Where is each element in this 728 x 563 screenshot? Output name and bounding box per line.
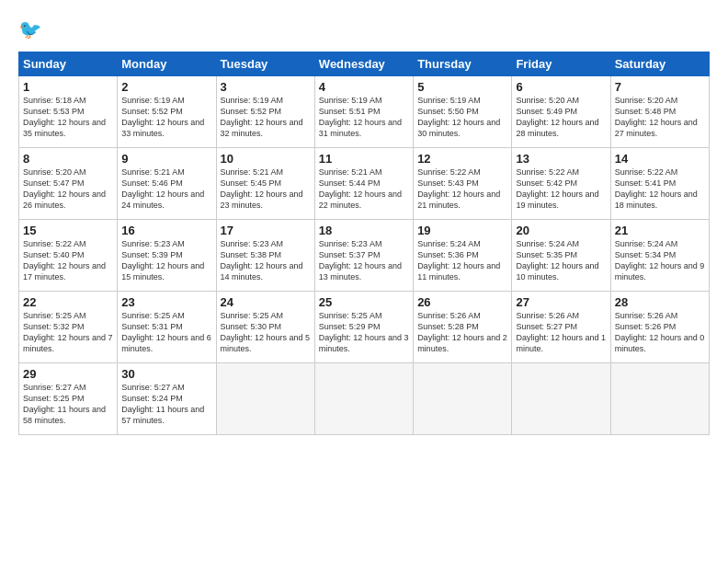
- col-thursday: Thursday: [414, 52, 512, 76]
- col-sunday: Sunday: [19, 52, 118, 76]
- empty-cell: [216, 363, 314, 435]
- empty-cell: [414, 363, 512, 435]
- day-cell-24: 24 Sunrise: 5:25 AMSunset: 5:30 PMDaylig…: [216, 292, 314, 363]
- empty-cell: [512, 363, 610, 435]
- day-cell-8: 8 Sunrise: 5:20 AMSunset: 5:47 PMDayligh…: [19, 148, 118, 220]
- logo-icon: 🐦: [18, 17, 44, 42]
- col-saturday: Saturday: [610, 52, 709, 76]
- day-cell-17: 17 Sunrise: 5:23 AMSunset: 5:38 PMDaylig…: [216, 220, 314, 292]
- day-cell-11: 11 Sunrise: 5:21 AMSunset: 5:44 PMDaylig…: [314, 148, 413, 220]
- calendar-table: Sunday Monday Tuesday Wednesday Thursday…: [18, 52, 710, 435]
- day-cell-2: 2 Sunrise: 5:19 AMSunset: 5:52 PMDayligh…: [118, 76, 216, 148]
- day-cell-18: 18 Sunrise: 5:23 AMSunset: 5:37 PMDaylig…: [314, 220, 413, 292]
- week-row-2: 8 Sunrise: 5:20 AMSunset: 5:47 PMDayligh…: [19, 148, 710, 220]
- logo: 🐦: [18, 17, 48, 42]
- day-cell-9: 9 Sunrise: 5:21 AMSunset: 5:46 PMDayligh…: [118, 148, 216, 220]
- week-row-5: 29 Sunrise: 5:27 AMSunset: 5:25 PMDaylig…: [19, 363, 710, 435]
- weekday-header-row: Sunday Monday Tuesday Wednesday Thursday…: [19, 52, 710, 76]
- day-cell-26: 26 Sunrise: 5:26 AMSunset: 5:28 PMDaylig…: [414, 292, 512, 363]
- page: 🐦 Sunday Monday Tuesday Wednesday Thursd…: [0, 0, 728, 444]
- col-friday: Friday: [512, 52, 610, 76]
- svg-text:🐦: 🐦: [18, 17, 42, 41]
- day-cell-30: 30 Sunrise: 5:27 AMSunset: 5:24 PMDaylig…: [118, 363, 216, 435]
- day-cell-23: 23 Sunrise: 5:25 AMSunset: 5:31 PMDaylig…: [118, 292, 216, 363]
- day-cell-16: 16 Sunrise: 5:23 AMSunset: 5:39 PMDaylig…: [118, 220, 216, 292]
- day-cell-25: 25 Sunrise: 5:25 AMSunset: 5:29 PMDaylig…: [314, 292, 413, 363]
- day-cell-14: 14 Sunrise: 5:22 AMSunset: 5:41 PMDaylig…: [610, 148, 709, 220]
- day-cell-19: 19 Sunrise: 5:24 AMSunset: 5:36 PMDaylig…: [414, 220, 512, 292]
- day-cell-13: 13 Sunrise: 5:22 AMSunset: 5:42 PMDaylig…: [512, 148, 610, 220]
- day-cell-21: 21 Sunrise: 5:24 AMSunset: 5:34 PMDaylig…: [610, 220, 709, 292]
- day-cell-5: 5 Sunrise: 5:19 AMSunset: 5:50 PMDayligh…: [414, 76, 512, 148]
- col-wednesday: Wednesday: [314, 52, 413, 76]
- header: 🐦: [18, 17, 710, 42]
- week-row-1: 1 Sunrise: 5:18 AMSunset: 5:53 PMDayligh…: [19, 76, 710, 148]
- day-cell-10: 10 Sunrise: 5:21 AMSunset: 5:45 PMDaylig…: [216, 148, 314, 220]
- day-cell-15: 15 Sunrise: 5:22 AMSunset: 5:40 PMDaylig…: [19, 220, 118, 292]
- day-cell-28: 28 Sunrise: 5:26 AMSunset: 5:26 PMDaylig…: [610, 292, 709, 363]
- col-monday: Monday: [118, 52, 216, 76]
- day-cell-12: 12 Sunrise: 5:22 AMSunset: 5:43 PMDaylig…: [414, 148, 512, 220]
- day-cell-3: 3 Sunrise: 5:19 AMSunset: 5:52 PMDayligh…: [216, 76, 314, 148]
- day-cell-1: 1 Sunrise: 5:18 AMSunset: 5:53 PMDayligh…: [19, 76, 118, 148]
- day-cell-27: 27 Sunrise: 5:26 AMSunset: 5:27 PMDaylig…: [512, 292, 610, 363]
- day-cell-22: 22 Sunrise: 5:25 AMSunset: 5:32 PMDaylig…: [19, 292, 118, 363]
- week-row-4: 22 Sunrise: 5:25 AMSunset: 5:32 PMDaylig…: [19, 292, 710, 363]
- col-tuesday: Tuesday: [216, 52, 314, 76]
- empty-cell: [610, 363, 709, 435]
- day-cell-29: 29 Sunrise: 5:27 AMSunset: 5:25 PMDaylig…: [19, 363, 118, 435]
- day-cell-6: 6 Sunrise: 5:20 AMSunset: 5:49 PMDayligh…: [512, 76, 610, 148]
- day-cell-4: 4 Sunrise: 5:19 AMSunset: 5:51 PMDayligh…: [314, 76, 413, 148]
- week-row-3: 15 Sunrise: 5:22 AMSunset: 5:40 PMDaylig…: [19, 220, 710, 292]
- empty-cell: [314, 363, 413, 435]
- day-cell-20: 20 Sunrise: 5:24 AMSunset: 5:35 PMDaylig…: [512, 220, 610, 292]
- day-cell-7: 7 Sunrise: 5:20 AMSunset: 5:48 PMDayligh…: [610, 76, 709, 148]
